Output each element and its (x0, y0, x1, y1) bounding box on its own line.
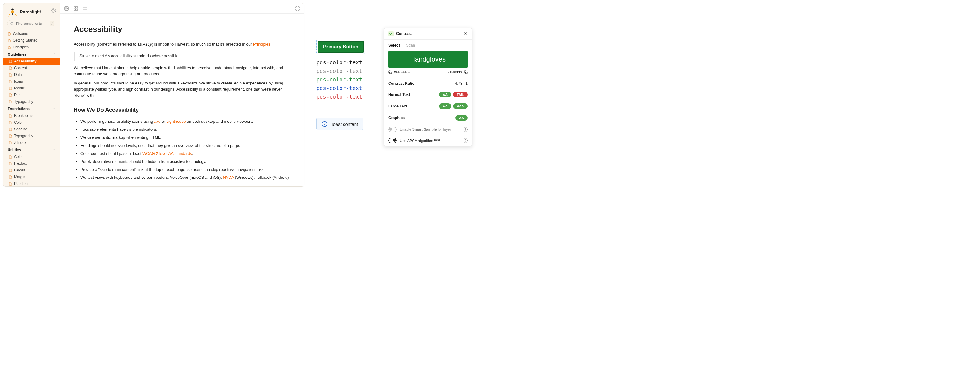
nav-item[interactable]: Color (3, 119, 60, 126)
docs-app: Porchlight / WelcomeGetting StartedPrinc… (3, 3, 304, 187)
settings-button[interactable] (51, 8, 57, 13)
contrast-colors: #FFFFFF #188433 (384, 68, 472, 78)
nav-item[interactable]: Welcome (3, 30, 60, 37)
nav-section-title[interactable]: Utilities⌃ (3, 146, 60, 153)
doc-h2-how: How We Do Accessibility (74, 106, 290, 116)
toggle-on-icon[interactable] (388, 138, 397, 143)
list-item: Purely decorative elements should be hid… (80, 158, 290, 165)
nav-item[interactable]: Typography (3, 133, 60, 139)
color-swatch: pds-color-text (317, 68, 371, 74)
nav-item[interactable]: Color (3, 153, 60, 160)
inline-link[interactable]: axe (154, 119, 161, 124)
nav-item[interactable]: Spacing (3, 126, 60, 133)
inline-link[interactable]: NVDA (223, 175, 234, 180)
search-icon (10, 22, 14, 26)
chevron-icon: ⌃ (53, 107, 56, 111)
nav-item[interactable]: Breakpoints (3, 112, 60, 119)
doc-icon (9, 80, 12, 83)
contrast-app-icon (388, 31, 394, 37)
nav-item[interactable]: Layout (3, 167, 60, 174)
normal-text-row: Normal Text AA FAIL (384, 89, 472, 101)
toggle-off-icon[interactable] (388, 127, 397, 132)
brand-name: Porchlight (20, 10, 41, 14)
svg-point-5 (66, 7, 67, 8)
doc-content: Accessibility Accessibility (sometimes r… (60, 14, 304, 186)
help-icon[interactable]: ? (463, 138, 468, 143)
smart-sample-toggle-row[interactable]: Enable Smart Sample for layer ? (384, 124, 472, 135)
nav-item[interactable]: Padding (3, 180, 60, 186)
doc-icon (9, 100, 12, 104)
list-item: We use semantic markup when writing HTML… (80, 134, 290, 141)
nav-item[interactable]: Content (3, 65, 60, 71)
color-swatch: pds-color-text (317, 85, 371, 91)
samples-column: Primary Button pds-color-textpds-color-t… (317, 3, 371, 130)
doc-icon (9, 60, 12, 63)
svg-rect-10 (83, 8, 87, 9)
foreground-color[interactable]: #FFFFFF (388, 70, 410, 74)
inline-link[interactable]: WCAG 2 level AA standards (142, 151, 192, 156)
image-toggle-button[interactable] (64, 6, 69, 11)
doc-intro: Accessibility (sometimes referred to as … (74, 42, 290, 48)
nav-item[interactable]: Accessibility (3, 58, 60, 65)
chevron-icon: ⌃ (53, 149, 56, 152)
list-item: Color contrast should pass at least WCAG… (80, 150, 290, 157)
grid-view-button[interactable] (73, 6, 78, 11)
help-icon[interactable]: ? (463, 127, 468, 132)
list-item: We perform general usability scans using… (80, 118, 290, 125)
color-swatch: pds-color-text (317, 94, 371, 100)
nav-item[interactable]: Getting Started (3, 37, 60, 44)
background-color[interactable]: #188433 (447, 70, 468, 74)
list-item: Focusable elements have visible indicato… (80, 126, 290, 133)
nav-section-title[interactable]: Guidelines⌃ (3, 51, 60, 58)
info-icon (321, 121, 328, 127)
doc-icon (9, 169, 12, 172)
large-text-row: Large Text AA AAA (384, 101, 472, 112)
list-item: We test views with keyboards and screen … (80, 174, 290, 181)
inline-link[interactable]: Lighthouse (166, 119, 186, 124)
nav-item[interactable]: Typography (3, 98, 60, 105)
search-row: / (3, 20, 60, 30)
doc-icon (9, 134, 12, 138)
svg-rect-7 (76, 7, 78, 8)
tab-scan[interactable]: Scan (406, 43, 415, 48)
how-list: We perform general usability scans using… (80, 118, 290, 181)
apca-toggle-row[interactable]: Use APCA algorithm Beta ? (384, 135, 472, 146)
doc-p2: In general, our products should be easy … (74, 80, 290, 99)
pill-aa: AA (439, 104, 451, 109)
svg-rect-14 (466, 72, 468, 74)
primary-button[interactable]: Primary Button (318, 41, 364, 53)
graphics-row: Graphics AA (384, 112, 472, 124)
toast: Toast content (317, 118, 363, 130)
primary-button-selection: Primary Button (317, 40, 365, 54)
search-shortcut-key: / (49, 21, 54, 26)
doc-icon (9, 155, 12, 158)
doc-icon (9, 86, 12, 90)
nav-item[interactable]: Flexbox (3, 160, 60, 167)
pill-aaa: AAA (453, 104, 468, 109)
expand-button[interactable] (295, 6, 300, 11)
toast-text: Toast content (331, 121, 358, 127)
principles-link[interactable]: Principles (253, 42, 270, 46)
svg-rect-0 (11, 10, 14, 13)
nav-item[interactable]: Principles (3, 44, 60, 51)
fullwidth-button[interactable] (82, 6, 88, 11)
nav-section-title[interactable]: Foundations⌃ (3, 105, 60, 112)
sidebar: Porchlight / WelcomeGetting StartedPrinc… (3, 3, 60, 186)
copy-icon (464, 70, 468, 74)
doc-icon (9, 162, 12, 165)
doc-icon (9, 114, 12, 118)
nav-item[interactable]: Data (3, 71, 60, 78)
nav-item[interactable]: Z Index (3, 139, 60, 146)
doc-icon (8, 32, 11, 35)
sidebar-nav: WelcomeGetting StartedPrinciplesGuidelin… (3, 30, 60, 186)
doc-icon (9, 121, 12, 124)
nav-item[interactable]: Mobile (3, 85, 60, 91)
doc-title: Accessibility (74, 23, 290, 35)
tab-select[interactable]: Select (388, 43, 400, 48)
contrast-title: Contrast (396, 32, 412, 36)
nav-item[interactable]: Print (3, 91, 60, 98)
nav-item[interactable]: Margin (3, 174, 60, 180)
doc-icon (9, 66, 12, 70)
close-button[interactable] (463, 32, 468, 36)
nav-item[interactable]: Icons (3, 78, 60, 85)
